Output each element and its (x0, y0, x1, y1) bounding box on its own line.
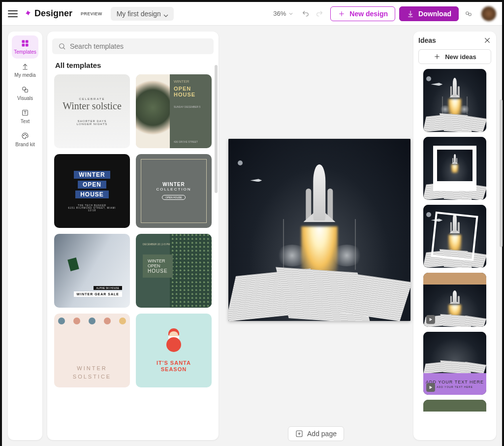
copilot-icon (465, 10, 472, 18)
template-winter-open-house-pine[interactable]: DECEMBER 20 | 2-5 PM WINTER OPEN HOUSE (136, 234, 212, 308)
idea-card-plain[interactable] (423, 69, 486, 132)
download-button[interactable]: Download (399, 6, 459, 21)
idea-card-polaroid[interactable] (423, 137, 486, 200)
plus-square-icon (295, 430, 303, 438)
svg-rect-5 (26, 40, 28, 43)
template-text: COLLECTION (156, 187, 191, 191)
ideas-panel: Ideas New ideas (413, 32, 496, 440)
moon-shape (238, 160, 243, 165)
template-text: OPEN (148, 263, 168, 268)
template-text: SEASON (161, 366, 187, 372)
rail-templates[interactable]: Templates (12, 35, 38, 59)
santa-illustration (162, 328, 185, 354)
visuals-icon (21, 86, 29, 94)
canvas-area[interactable]: Add page (219, 26, 413, 446)
template-text: HOUSE (75, 191, 109, 198)
templates-icon (21, 39, 29, 47)
ideas-title: Ideas (418, 36, 436, 44)
template-text: 426 GROVE STREET (174, 140, 208, 143)
templates-panel: All templates CELEBRATE Winter solstice … (47, 32, 219, 440)
ideas-list: ADD YOUR TEXT HERE ADD YOUR TEXT HERE (418, 69, 491, 412)
new-ideas-button[interactable]: New ideas (418, 49, 491, 64)
svg-point-15 (60, 44, 64, 48)
download-label: Download (418, 10, 451, 18)
template-text: LONGER NIGHTS (77, 123, 108, 126)
svg-point-9 (23, 87, 26, 91)
rail-my-media[interactable]: My media (12, 59, 38, 82)
template-text: WINTER (74, 171, 110, 179)
text-icon (21, 109, 29, 117)
svg-marker-24 (430, 318, 433, 321)
palette-icon (21, 132, 29, 140)
topbar: Designer PREVIEW My first design 36% New… (2, 2, 502, 26)
template-text: HOUSE (148, 268, 168, 274)
idea-card-banded[interactable] (423, 273, 486, 327)
chevron-down-icon (162, 12, 170, 20)
user-avatar[interactable] (481, 6, 496, 21)
redo-button[interactable] (313, 7, 326, 21)
template-text: WINTER (174, 79, 208, 84)
ideas-scrollbar[interactable] (500, 99, 503, 247)
template-winter-collection[interactable]: WINTER COLLECTION OPEN HOUSE (136, 154, 212, 228)
rail-visuals[interactable]: Visuals (12, 82, 38, 105)
svg-point-12 (23, 135, 24, 135)
template-text: WINTER (156, 182, 191, 187)
template-winter-gear-sale[interactable]: ALPINE SKI HOUSE WINTER GEAR SALE (54, 234, 130, 308)
zoom-label: 36% (273, 10, 286, 17)
new-ideas-label: New ideas (445, 53, 476, 61)
hamburger-menu[interactable] (8, 10, 18, 17)
undo-button[interactable] (299, 7, 313, 21)
preview-badge: PREVIEW (77, 10, 106, 18)
svg-marker-25 (430, 386, 433, 389)
template-text: WINTER (148, 258, 168, 263)
rail-text-label: Text (21, 119, 30, 124)
idea-card-purple-caption[interactable]: ADD YOUR TEXT HERE ADD YOUR TEXT HERE (423, 332, 486, 395)
zoom-dropdown[interactable]: 36% (273, 10, 294, 17)
design-canvas[interactable] (228, 139, 410, 321)
download-icon (407, 10, 414, 18)
plus-icon (338, 10, 346, 18)
svg-rect-4 (22, 40, 25, 43)
svg-point-13 (25, 134, 25, 134)
idea-top-band (423, 273, 486, 285)
template-text: SOLSTICE (73, 374, 111, 380)
template-text: ALPINE SKI HOUSE (94, 286, 122, 290)
template-search[interactable] (52, 38, 214, 54)
idea-card-green[interactable] (423, 400, 486, 412)
template-text: OPEN (78, 181, 106, 189)
templates-scrollbar[interactable] (215, 65, 218, 193)
search-icon (58, 42, 66, 50)
rail-brand-kit[interactable]: Brand kit (12, 128, 38, 151)
template-winter-solstice-pink[interactable]: WINTERSOLSTICE (54, 314, 130, 387)
template-text: DECEMBER 20 | 2-5 PM (143, 243, 170, 246)
upload-icon (21, 63, 29, 70)
airplane-shape (250, 179, 262, 182)
templates-heading: All templates (55, 61, 211, 69)
add-page-button[interactable]: Add page (288, 426, 344, 441)
template-text: 12/18 (88, 209, 96, 212)
document-name-dropdown[interactable]: My first design (111, 7, 174, 21)
svg-line-16 (63, 48, 65, 49)
template-text: OPEN HOUSE (162, 195, 185, 200)
template-winter-open-house-green[interactable]: WINTER OPEN HOUSE SUNDAY DECEMBER 5 426 … (136, 74, 212, 148)
new-design-label: New design (349, 10, 388, 18)
left-rail: Templates My media Visuals Text Brand ki… (8, 32, 42, 440)
play-badge-icon (426, 383, 435, 392)
template-winter-open-house-black[interactable]: WINTER OPEN HOUSE THE TECH BUNKER6151 RI… (54, 154, 130, 228)
rail-text[interactable]: Text (12, 105, 38, 128)
idea-card-polaroid-tilt[interactable] (423, 205, 486, 268)
document-name-label: My first design (117, 10, 161, 18)
idea-caption-subtext: ADD YOUR TEXT HERE (437, 385, 473, 388)
rail-my-media-label: My media (14, 72, 35, 78)
new-design-button[interactable]: New design (330, 6, 395, 21)
plus-icon (433, 53, 441, 61)
rail-templates-label: Templates (14, 49, 36, 55)
svg-point-14 (26, 135, 27, 135)
template-search-input[interactable] (70, 42, 208, 50)
template-winter-solstice[interactable]: CELEBRATE Winter solstice SHORTER DAYSLO… (54, 74, 130, 148)
undo-icon (302, 10, 310, 18)
close-icon[interactable] (483, 36, 491, 44)
copilot-button[interactable] (462, 7, 475, 21)
app-logo[interactable]: Designer PREVIEW (24, 8, 106, 19)
template-santa-season[interactable]: IT'S SANTASEASON (136, 314, 212, 387)
